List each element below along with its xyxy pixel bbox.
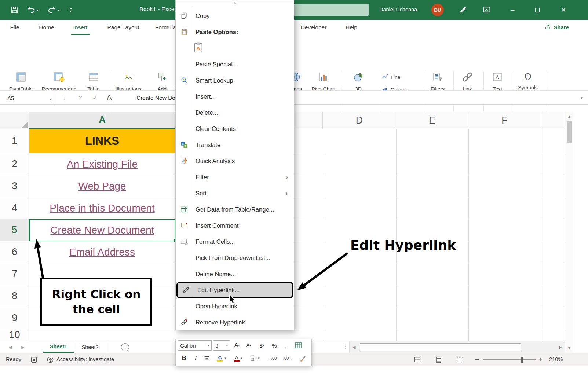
- menu-item-sort[interactable]: Sort ›: [176, 185, 294, 201]
- vertical-scroll-thumb[interactable]: [567, 121, 572, 143]
- menu-item-paste-keep-formatting[interactable]: A: [176, 40, 294, 56]
- bold-button[interactable]: B: [179, 353, 189, 363]
- tab-file[interactable]: File: [8, 20, 22, 35]
- row-header-3[interactable]: 3: [0, 175, 29, 197]
- menu-item-format-cells[interactable]: Format Cells...: [176, 234, 294, 250]
- undo-button[interactable]: [27, 6, 35, 14]
- row-header-2[interactable]: 2: [0, 153, 29, 175]
- column-header-d[interactable]: D: [323, 112, 396, 129]
- horizontal-scroll-thumb[interactable]: [360, 343, 521, 351]
- row-header-6[interactable]: 6: [0, 241, 29, 263]
- cell-a5-selected[interactable]: Create New Document: [29, 219, 175, 241]
- zoom-level[interactable]: 210%: [549, 356, 563, 362]
- menu-item-delete[interactable]: Delete...: [176, 104, 294, 121]
- menu-item-define-name[interactable]: Define Name...: [176, 266, 294, 282]
- cell-a4[interactable]: Place in this Document: [29, 197, 175, 219]
- menu-item-pick-from-list[interactable]: Pick From Drop-down List...: [176, 250, 294, 266]
- redo-button[interactable]: [48, 6, 56, 14]
- close-button[interactable]: ×: [555, 0, 572, 20]
- search-box[interactable]: [286, 4, 369, 16]
- table-button[interactable]: Table: [83, 71, 104, 92]
- column-header-partial[interactable]: [541, 112, 565, 129]
- name-box[interactable]: A5 ▾: [3, 92, 55, 103]
- comma-style-button[interactable]: ,: [281, 340, 289, 351]
- cell-a1[interactable]: LINKS: [29, 129, 175, 153]
- row-header-9[interactable]: 9: [0, 307, 29, 329]
- menu-item-paste-options[interactable]: Paste Options:: [176, 24, 294, 40]
- sheet-nav-left-icon[interactable]: ◀: [9, 345, 12, 350]
- row-header-4[interactable]: 4: [0, 197, 29, 219]
- user-name[interactable]: Daniel Uchenna: [379, 7, 417, 12]
- align-center-button[interactable]: [201, 353, 212, 363]
- zoom-slider-track[interactable]: [483, 359, 536, 360]
- accessibility-status[interactable]: Accessibility: Investigate: [56, 356, 114, 362]
- menu-item-clear-contents[interactable]: Clear Contents: [176, 121, 294, 137]
- row-header-7[interactable]: 7: [0, 263, 29, 285]
- format-painter-button[interactable]: [297, 353, 308, 363]
- decrease-decimal-button[interactable]: .00→: [281, 353, 295, 363]
- share-button[interactable]: Share: [545, 20, 569, 35]
- menu-item-copy[interactable]: Copy: [176, 8, 294, 24]
- column-header-f[interactable]: F: [468, 112, 541, 129]
- fx-icon[interactable]: fx: [106, 91, 112, 105]
- row-header-8[interactable]: 8: [0, 285, 29, 307]
- expand-formula-bar-icon[interactable]: ▾: [581, 91, 583, 105]
- scroll-down-icon[interactable]: ▼: [565, 346, 573, 350]
- tab-home[interactable]: Home: [37, 20, 56, 35]
- row-header-10[interactable]: 10: [0, 329, 29, 341]
- menu-item-translate[interactable]: aA Translate: [176, 137, 294, 153]
- page-break-view-icon[interactable]: [456, 356, 464, 364]
- scroll-left-icon[interactable]: ◀: [353, 345, 355, 350]
- maximize-button[interactable]: [529, 0, 546, 20]
- zoom-in-button[interactable]: +: [538, 356, 542, 363]
- splitter-dots-icon[interactable]: ⋮: [343, 344, 348, 349]
- font-name-select[interactable]: Calibri▾: [178, 340, 212, 351]
- pen-icon[interactable]: [459, 6, 467, 14]
- ribbon-display-options-icon[interactable]: [483, 6, 491, 14]
- macro-record-icon[interactable]: [31, 357, 37, 364]
- borders-button[interactable]: ▾: [248, 353, 262, 363]
- page-layout-view-icon[interactable]: [435, 356, 442, 364]
- scroll-right-icon[interactable]: ▶: [559, 345, 562, 350]
- accessibility-icon[interactable]: [47, 356, 54, 364]
- cancel-icon[interactable]: ×: [78, 91, 83, 105]
- column-header-e[interactable]: E: [396, 112, 468, 129]
- increase-decimal-button[interactable]: ←.00: [264, 353, 279, 363]
- menu-item-insert[interactable]: Insert...: [176, 88, 294, 104]
- menu-item-filter[interactable]: Filter ›: [176, 169, 294, 185]
- name-box-dropdown-icon[interactable]: ▾: [50, 97, 52, 101]
- cell-a3[interactable]: Web Page: [29, 175, 175, 197]
- tab-insert[interactable]: Insert: [71, 20, 90, 35]
- menu-item-smart-lookup[interactable]: Smart Lookup: [176, 72, 294, 88]
- formula-bar-dots-icon[interactable]: ⋮: [62, 91, 67, 105]
- row-header-1[interactable]: 1: [0, 129, 29, 153]
- fill-color-button[interactable]: ▾: [214, 353, 229, 363]
- italic-button[interactable]: I: [190, 353, 200, 363]
- minimize-button[interactable]: –: [504, 0, 521, 20]
- cell-a2[interactable]: An Existing File: [29, 153, 175, 175]
- vertical-scrollbar[interactable]: ▲ ▼: [565, 112, 573, 353]
- scroll-up-icon[interactable]: ▲: [565, 114, 573, 118]
- grow-font-button[interactable]: A▴: [231, 340, 242, 351]
- font-size-select[interactable]: 9▾: [213, 340, 230, 351]
- redo-dropdown-icon[interactable]: ▾: [58, 8, 59, 12]
- cell-a6[interactable]: Email Address: [29, 241, 175, 263]
- tab-help[interactable]: Help: [343, 20, 359, 35]
- sheet-tab-sheet2[interactable]: Sheet2: [74, 341, 106, 353]
- menu-item-paste-special[interactable]: Paste Special...: [176, 56, 294, 72]
- tab-page-layout[interactable]: Page Layout: [105, 20, 141, 35]
- sheet-nav-right-icon[interactable]: ▶: [21, 345, 24, 350]
- select-all-corner[interactable]: [0, 112, 29, 129]
- zoom-out-button[interactable]: –: [475, 355, 479, 363]
- enter-check-icon[interactable]: ✓: [92, 91, 97, 105]
- add-sheet-button[interactable]: +: [121, 343, 129, 351]
- tab-developer[interactable]: Developer: [299, 20, 329, 35]
- format-table-button[interactable]: [292, 340, 304, 351]
- menu-item-insert-comment[interactable]: Insert Comment: [176, 217, 294, 234]
- column-header-a[interactable]: A: [29, 112, 175, 129]
- menu-item-get-data[interactable]: Get Data from Table/Range...: [176, 201, 294, 217]
- cell-a10[interactable]: [29, 329, 175, 341]
- menu-item-quick-analysis[interactable]: Quick Analysis: [176, 153, 294, 169]
- menu-item-remove-hyperlink[interactable]: Remove Hyperlink: [176, 314, 294, 330]
- horizontal-scrollbar[interactable]: ◀ ▶: [349, 341, 565, 353]
